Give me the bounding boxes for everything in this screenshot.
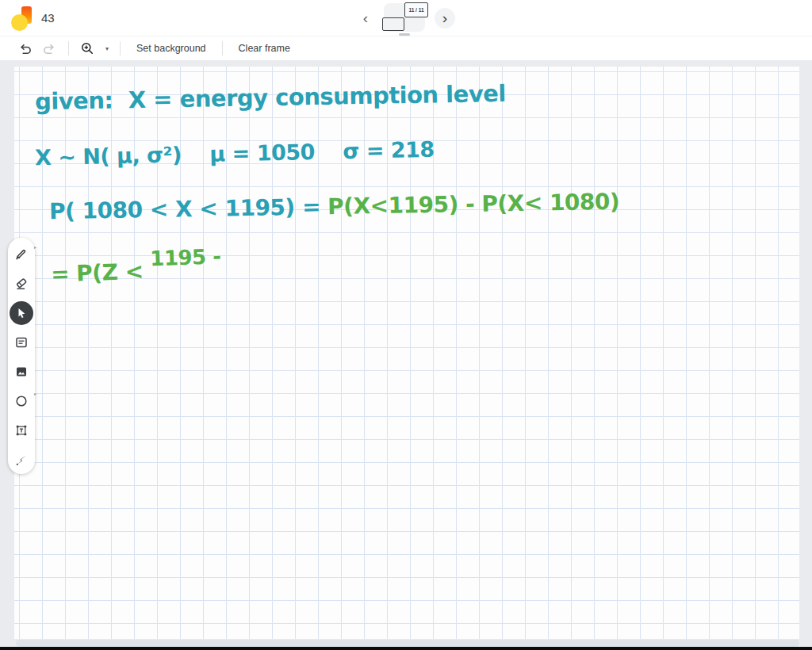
laser-pointer-icon (14, 453, 29, 467)
window-bottom-edge (0, 647, 812, 650)
horizontal-scrollbar[interactable] (16, 640, 799, 647)
chevron-right-icon: › (442, 10, 447, 26)
ink-line-z-score: = P(Z < 1195 - (50, 255, 221, 287)
sticky-note-tool-button[interactable] (10, 331, 33, 354)
toolbar-separator (120, 41, 121, 55)
redo-icon (42, 41, 57, 56)
chevron-left-icon: ‹ (363, 10, 368, 26)
ink-segment: X ~ N( μ, σ²) μ = 1050 σ = 218 (35, 137, 435, 170)
ink-segment: = P(Z < (50, 258, 151, 287)
undo-button[interactable] (13, 37, 37, 59)
tool-palette: ▸ (8, 238, 35, 474)
undo-icon (17, 41, 33, 56)
frame-navigation: ‹ 11 / 11 › (355, 0, 458, 36)
ink-line-probability: P( 1080 < X < 1195) = P(X<1195) - P(X< 1… (49, 189, 620, 225)
submenu-caret-icon: ▸ (34, 244, 36, 250)
frame-counter-label: 11 / 11 (404, 2, 428, 17)
circle-shape-icon (14, 394, 29, 408)
document-title[interactable]: 43 (41, 0, 55, 36)
redo-button[interactable] (37, 37, 62, 59)
shape-tool-button[interactable]: ▸ (10, 389, 33, 413)
eraser-icon (14, 277, 29, 291)
drawing-canvas[interactable]: given: X = energy consumption level X ~ … (14, 67, 799, 639)
previous-frame-button[interactable]: ‹ (355, 8, 376, 29)
frame-back-rect (382, 17, 404, 31)
zoom-button[interactable] (75, 37, 99, 59)
select-tool-button[interactable] (10, 301, 33, 325)
cursor-icon (14, 306, 29, 320)
pen-tool-button[interactable]: ▸ (10, 243, 33, 266)
text-box-tool-button[interactable] (10, 419, 33, 442)
zoom-in-icon (80, 41, 94, 55)
ink-segment: P( 1080 < X < 1195) = (49, 193, 328, 224)
ink-segment: P(X<1195) - P(X< 1080) (327, 189, 620, 220)
set-background-button[interactable]: Set background (127, 37, 216, 59)
text-box-icon (14, 423, 29, 438)
top-bar: 43 ‹ 11 / 11 › ▾ (0, 0, 812, 36)
caret-down-icon: ▾ (105, 45, 109, 52)
ink-line-distribution: X ~ N( μ, σ²) μ = 1050 σ = 218 (35, 137, 435, 170)
pen-icon (14, 247, 29, 262)
toolbar-separator (68, 41, 69, 55)
ink-segment: given: X = energy consumption level (35, 80, 506, 115)
frame-counter-button[interactable]: 11 / 11 (384, 3, 425, 32)
app-window: 43 ‹ 11 / 11 › ▾ (0, 0, 812, 650)
toolbar-separator (222, 41, 223, 55)
ink-line-given: given: X = energy consumption level (35, 80, 506, 115)
eraser-tool-button[interactable] (10, 272, 33, 296)
sticky-note-icon (14, 335, 29, 350)
frame-bar-expander[interactable] (399, 33, 410, 36)
submenu-caret-icon: ▸ (34, 391, 36, 396)
canvas-toolbar: ▾ Set background Clear frame (0, 36, 812, 61)
clear-frame-button[interactable]: Clear frame (229, 37, 300, 59)
laser-tool-button[interactable] (10, 448, 33, 472)
logo-yellow-circle (11, 14, 28, 31)
next-frame-button[interactable]: › (435, 8, 455, 29)
image-icon (14, 365, 29, 379)
zoom-menu-button[interactable]: ▾ (99, 37, 113, 59)
app-logo-icon[interactable] (11, 6, 33, 31)
ink-segment-numerator: 1195 - (150, 244, 221, 270)
image-tool-button[interactable] (10, 360, 33, 384)
